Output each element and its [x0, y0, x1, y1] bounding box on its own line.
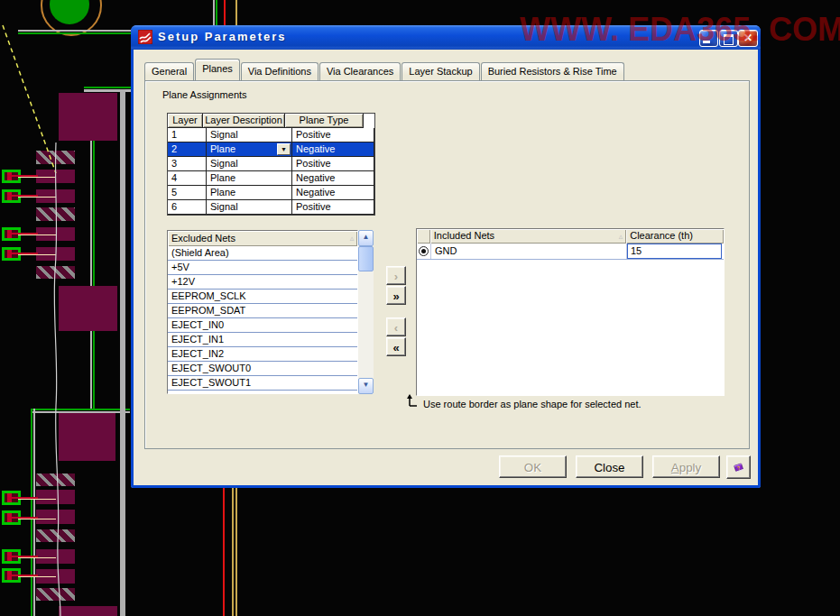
- tab-planes[interactable]: Planes: [195, 59, 240, 80]
- sort-ascending-icon: ▵: [350, 231, 355, 246]
- included-nets-panel: Included Nets ▵ Clearance (th) GND 15: [416, 228, 725, 396]
- excluded-net-item[interactable]: (Shield Area): [168, 246, 357, 261]
- excluded-nets-header[interactable]: Excluded Nets ▵: [168, 231, 357, 246]
- clearance-value-cell[interactable]: 15: [627, 244, 722, 259]
- tab-via-clearances[interactable]: Via Clearances: [319, 62, 401, 80]
- scrollbar-track[interactable]: [358, 271, 374, 378]
- tab-general[interactable]: General: [144, 62, 194, 80]
- excluded-net-item[interactable]: EEPROM_SCLK: [168, 290, 357, 304]
- scrollbar-thumb[interactable]: [358, 246, 374, 271]
- minimize-button[interactable]: [699, 30, 718, 47]
- close-icon: ✕: [739, 31, 757, 46]
- scroll-up-icon[interactable]: ▲: [358, 230, 374, 246]
- ok-button[interactable]: OK: [499, 455, 567, 478]
- excluded-nets-list: Excluded Nets ▵ (Shield Area) +5V +12V E…: [167, 230, 374, 394]
- net-selected-radio[interactable]: [419, 246, 429, 256]
- plane-table-row[interactable]: 1 Signal Positive: [168, 128, 374, 143]
- excluded-net-item[interactable]: EJECT_IN2: [168, 347, 357, 362]
- plane-assignments-table: Layer Layer Description Plane Type 1 Sig…: [167, 113, 375, 216]
- sort-ascending-icon: ▵: [619, 229, 623, 244]
- help-book-icon: ?: [733, 457, 744, 477]
- minimize-icon: [703, 41, 710, 43]
- plane-table-header-row: Layer Layer Description Plane Type: [168, 114, 374, 128]
- route-border-note-text: Use route border as plane shape for sele…: [423, 393, 642, 410]
- plane-table-row[interactable]: 3 Signal Positive: [168, 157, 374, 171]
- dialog-title: Setup Parameters: [158, 30, 287, 43]
- layer-description-value: Plane: [210, 143, 235, 154]
- excluded-net-item[interactable]: +12V: [168, 275, 357, 290]
- close-button[interactable]: Close: [576, 455, 643, 478]
- scroll-down-icon[interactable]: ▼: [358, 378, 374, 394]
- plane-assignments-group-label: Plane Assignments: [159, 89, 251, 100]
- route-border-note: Use route border as plane shape for sele…: [406, 393, 642, 410]
- included-nets-header-row: Included Nets ▵ Clearance (th): [417, 229, 724, 244]
- column-header-layer-description[interactable]: Layer Description: [203, 114, 285, 128]
- included-net-name: GND: [431, 244, 627, 259]
- add-all-nets-button[interactable]: »: [386, 286, 406, 305]
- add-net-button[interactable]: ›: [386, 266, 406, 285]
- remove-all-nets-button[interactable]: «: [386, 337, 406, 356]
- column-header-layer[interactable]: Layer: [168, 114, 203, 128]
- layer-description-dropdown-button[interactable]: ▼: [277, 143, 291, 155]
- excluded-nets-listbox: Excluded Nets ▵ (Shield Area) +5V +12V E…: [167, 230, 358, 394]
- plane-table-row[interactable]: 6 Signal Positive: [168, 200, 374, 215]
- included-nets-header-label: Included Nets: [434, 229, 494, 244]
- excluded-net-item[interactable]: EJECT_IN0: [168, 318, 357, 333]
- tab-buried-resistors[interactable]: Buried Resistors & Rise Time: [481, 62, 624, 80]
- remove-net-button[interactable]: ‹: [386, 317, 406, 336]
- apply-button[interactable]: Apply: [652, 455, 720, 478]
- excluded-net-item[interactable]: EJECT_SWOUT0: [168, 362, 357, 376]
- plane-table-row-selected[interactable]: 2 Plane ▼ Negative: [168, 143, 374, 157]
- plane-table-row[interactable]: 4 Plane Negative: [168, 171, 374, 186]
- column-header-plane-type[interactable]: Plane Type: [285, 114, 364, 128]
- column-header-included-nets[interactable]: Included Nets ▵: [430, 229, 626, 244]
- maximize-button[interactable]: [719, 30, 738, 47]
- excluded-nets-header-label: Excluded Nets: [171, 231, 235, 246]
- up-arrow-icon: [406, 393, 419, 408]
- dialog-titlebar[interactable]: Setup Parameters ✕: [131, 25, 761, 50]
- screen: Setup Parameters ✕ General Planes Via De…: [0, 0, 840, 616]
- included-net-row[interactable]: GND 15: [417, 244, 724, 260]
- pads-logo-icon: [138, 30, 152, 44]
- tab-strip: General Planes Via Definitions Via Clear…: [144, 60, 625, 80]
- plane-table-row[interactable]: 5 Plane Negative: [168, 186, 374, 200]
- excluded-net-item[interactable]: EEPROM_SDAT: [168, 304, 357, 318]
- setup-parameters-dialog: Setup Parameters ✕ General Planes Via De…: [131, 25, 761, 488]
- excluded-nets-scrollbar[interactable]: ▲ ▼: [358, 230, 374, 394]
- help-button[interactable]: ?: [726, 455, 751, 479]
- tab-layer-stackup[interactable]: Layer Stackup: [402, 62, 479, 80]
- excluded-net-item[interactable]: +5V: [168, 261, 357, 275]
- excluded-net-item[interactable]: EJECT_SWOUT1: [168, 376, 357, 391]
- radio-column-header: [417, 229, 430, 244]
- maximize-icon: [724, 34, 734, 45]
- excluded-net-item[interactable]: EJECT_IN1: [168, 333, 357, 347]
- close-window-button[interactable]: ✕: [738, 30, 758, 47]
- tab-via-definitions[interactable]: Via Definitions: [241, 62, 318, 80]
- column-header-clearance[interactable]: Clearance (th): [626, 229, 724, 244]
